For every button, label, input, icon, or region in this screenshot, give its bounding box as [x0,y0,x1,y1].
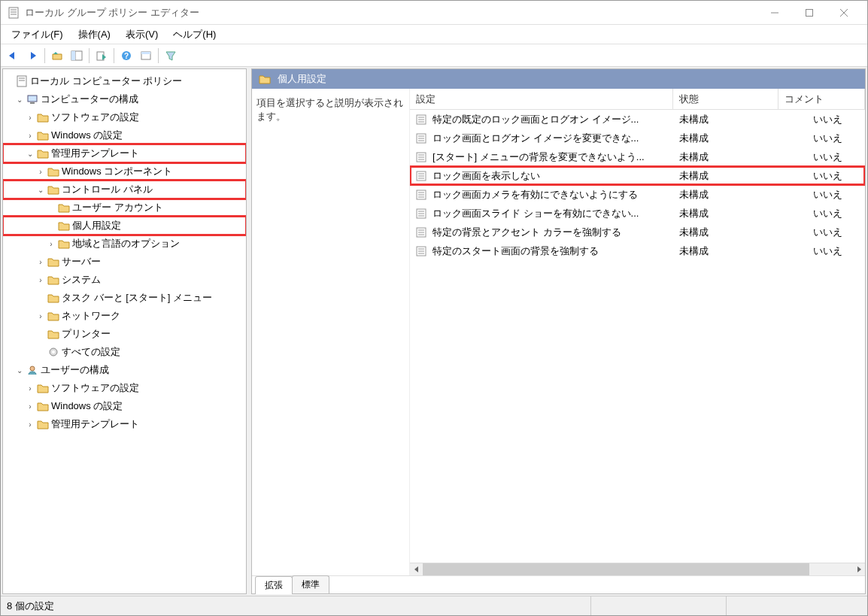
content-header: 個人用設定 [252,69,865,89]
menu-view[interactable]: 表示(V) [118,25,165,44]
tree-label: タスク バーと [スタート] メニュー [60,291,214,305]
list-header: 設定 状態 コメント [410,89,865,110]
col-state[interactable]: 状態 [673,89,778,109]
tab-standard[interactable]: 標準 [292,575,329,593]
tree-computer-config[interactable]: ⌄コンピューターの構成 [3,90,246,108]
col-setting[interactable]: 設定 [410,89,673,109]
tree-admin-templates[interactable]: ⌄管理用テンプレート [3,144,246,162]
menu-action[interactable]: 操作(A) [71,25,118,44]
tree-all-settings[interactable]: ›すべての設定 [3,343,246,361]
setting-name: 特定の既定のロック画面とログオン イメージ... [432,113,639,126]
tree-label: すべての設定 [60,345,122,359]
export-button[interactable] [93,47,111,65]
scroll-left-icon[interactable] [410,563,423,575]
tree-user-accounts[interactable]: ›ユーザー アカウント [3,199,246,217]
toolbar-separator [114,48,114,63]
tree-software-settings-user[interactable]: ›ソフトウェアの設定 [3,379,246,397]
setting-state: 未構成 [673,244,778,258]
expand-icon[interactable]: › [35,258,47,266]
user-icon [26,365,39,375]
expand-icon[interactable]: › [24,402,36,411]
expand-icon[interactable]: › [35,276,47,284]
expand-icon[interactable]: › [24,132,36,140]
computer-icon [26,94,39,105]
tree-label: ユーザー アカウント [71,201,165,214]
list-item[interactable]: 特定の背景とアクセント カラーを強制する未構成いいえ [410,223,865,241]
list-item[interactable]: ロック画面スライド ショーを有効にできない...未構成いいえ [410,204,865,223]
collapse-icon[interactable]: ⌄ [14,96,26,104]
horizontal-scrollbar[interactable] [410,563,865,575]
list-item[interactable]: 特定の既定のロック画面とログオン イメージ...未構成いいえ [410,110,865,129]
back-button[interactable] [4,47,22,65]
list-item[interactable]: ロック画面とログオン イメージを変更できな...未構成いいえ [410,129,865,147]
tree-control-panel[interactable]: ⌄コントロール パネル [3,181,246,199]
collapse-icon[interactable]: ⌄ [14,366,26,375]
setting-name: ロック画面を表示しない [432,169,540,183]
properties-button[interactable] [137,47,155,65]
col-comment[interactable]: コメント [778,89,865,109]
filter-button[interactable] [162,47,180,65]
tree-user-config[interactable]: ⌄ユーザーの構成 [3,361,246,379]
folder-icon [47,166,60,177]
tree-taskbar-start[interactable]: ›タスク バーと [スタート] メニュー [3,289,246,307]
tree-printers[interactable]: ›プリンター [3,325,246,343]
setting-state: 未構成 [673,207,778,220]
svg-rect-20 [30,102,35,104]
show-tree-button[interactable] [68,47,86,65]
tree-server[interactable]: ›サーバー [3,253,246,271]
tree-pane[interactable]: ▸ローカル コンピューター ポリシー ⌄コンピューターの構成 ›ソフトウェアの設… [2,68,247,594]
list-item[interactable]: ロック画面を表示しない未構成いいえ [410,166,865,185]
tree-root[interactable]: ▸ローカル コンピューター ポリシー [3,72,246,90]
tree-personalization[interactable]: ›個人用設定 [3,217,246,235]
folder-icon [36,130,50,141]
folder-icon [47,329,60,339]
setting-name: 特定の背景とアクセント カラーを強制する [432,226,621,239]
setting-comment: いいえ [778,150,865,164]
tree-software-settings[interactable]: ›ソフトウェアの設定 [3,108,246,126]
minimize-button[interactable] [757,1,792,25]
setting-state: 未構成 [673,150,778,164]
scroll-right-icon[interactable] [852,563,865,575]
setting-comment: いいえ [778,113,865,126]
setting-icon [414,227,428,238]
tree-windows-settings[interactable]: ›Windows の設定 [3,126,246,144]
tree-admin-templates-user[interactable]: ›管理用テンプレート [3,415,246,433]
tree-label: 地域と言語のオプション [71,237,181,250]
menu-help[interactable]: ヘルプ(H) [165,25,223,44]
list-item[interactable]: 特定のスタート画面の背景を強制する未構成いいえ [410,241,865,260]
scroll-track[interactable] [423,563,852,575]
setting-icon [414,114,428,125]
list-item[interactable]: ロック画面カメラを有効にできないようにする未構成いいえ [410,185,865,204]
tree-label: コンピューターの構成 [39,93,140,106]
list-rows[interactable]: 特定の既定のロック画面とログオン イメージ...未構成いいえロック画面とログオン… [410,110,865,563]
setting-name: ロック画面スライド ショーを有効にできない... [432,207,639,220]
scroll-thumb[interactable] [423,563,809,575]
tab-extended[interactable]: 拡張 [255,576,293,594]
tree-system[interactable]: ›システム [3,271,246,289]
up-button[interactable] [48,47,66,65]
expand-icon[interactable]: › [35,168,47,176]
svg-rect-19 [28,96,37,102]
setting-icon [414,190,428,200]
setting-comment: いいえ [778,207,865,220]
tree-windows-components[interactable]: ›Windows コンポーネント [3,162,246,181]
list-item[interactable]: [スタート] メニューの背景を変更できないよう...未構成いいえ [410,147,865,166]
expand-icon[interactable]: › [24,420,36,429]
expand-icon[interactable]: › [24,384,36,393]
expand-icon[interactable]: › [24,114,36,122]
expand-icon[interactable]: › [35,312,47,320]
close-button[interactable] [827,1,861,25]
menu-file[interactable]: ファイル(F) [4,25,71,44]
maximize-button[interactable] [792,1,827,25]
tree-label: システム [60,273,102,287]
expand-icon[interactable]: › [45,240,57,248]
forward-button[interactable] [23,47,41,65]
tree-windows-settings-user[interactable]: ›Windows の設定 [3,397,246,415]
svg-text:?: ? [124,52,129,60]
tree-network[interactable]: ›ネットワーク [3,307,246,325]
collapse-icon[interactable]: ⌄ [24,150,36,158]
help-button[interactable]: ? [117,47,135,65]
collapse-icon[interactable]: ⌄ [35,186,47,194]
setting-comment: いいえ [778,169,865,183]
tree-region-language[interactable]: ›地域と言語のオプション [3,235,246,253]
